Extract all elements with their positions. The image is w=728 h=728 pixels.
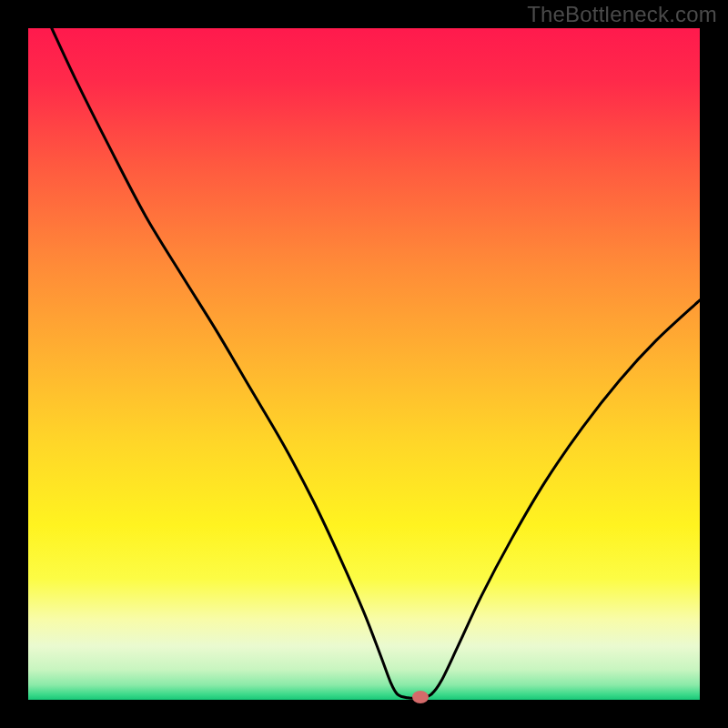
chart-svg: [0, 0, 728, 728]
watermark-text: TheBottleneck.com: [527, 2, 717, 27]
chart-container: TheBottleneck.com: [0, 0, 728, 728]
plot-background: [28, 28, 700, 700]
minimum-marker: [412, 691, 429, 703]
